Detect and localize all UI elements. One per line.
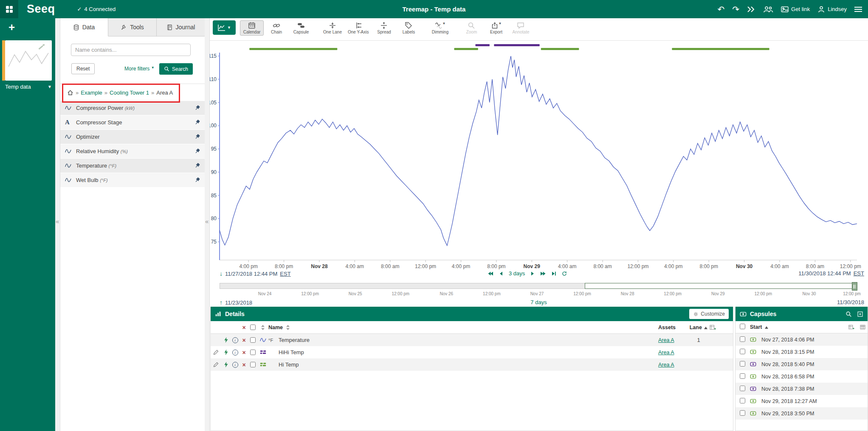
select-all-checkbox[interactable] xyxy=(250,325,256,330)
toolbar-dimming-button[interactable]: ▼ Dimming xyxy=(428,20,452,36)
row-checkbox[interactable] xyxy=(250,362,256,367)
asset-link[interactable]: Area A xyxy=(658,337,674,343)
autoscale-icon[interactable] xyxy=(222,361,231,368)
pin-icon[interactable] xyxy=(194,105,200,111)
name-column-header[interactable]: Name xyxy=(268,325,658,330)
step-forward-fast-icon[interactable] xyxy=(540,271,546,276)
tab-data[interactable]: Data xyxy=(60,18,108,36)
row-checkbox[interactable] xyxy=(740,361,745,367)
collapse-panel-handle[interactable]: « xyxy=(205,218,209,225)
customize-button[interactable]: Customize xyxy=(689,309,729,319)
redo-icon[interactable]: ↷ xyxy=(732,5,739,14)
collapse-sidebar-handle[interactable]: « xyxy=(56,218,59,225)
toolbar-spread-button[interactable]: Spread xyxy=(372,20,396,36)
toolbar-calendar-button[interactable]: Calendar xyxy=(240,20,264,36)
table-options-icon[interactable] xyxy=(860,324,866,330)
pin-icon[interactable] xyxy=(194,148,200,154)
timezone-link[interactable]: EST xyxy=(280,271,290,277)
sort-icon[interactable] xyxy=(261,325,265,330)
asset-link[interactable]: Area A xyxy=(658,350,674,355)
timeline-scrubber[interactable] xyxy=(220,283,857,289)
home-icon[interactable] xyxy=(67,90,73,96)
remove-all-icon[interactable]: × xyxy=(242,325,245,330)
pin-icon[interactable] xyxy=(194,162,200,169)
step-back-icon[interactable] xyxy=(498,271,504,276)
capsule-row[interactable]: Nov 27, 2018 4:06 PM xyxy=(736,333,868,346)
edit-icon[interactable] xyxy=(213,349,222,355)
info-icon[interactable]: i xyxy=(231,337,240,343)
remove-icon[interactable]: × xyxy=(240,350,248,355)
pin-icon[interactable] xyxy=(194,134,200,140)
row-checkbox[interactable] xyxy=(740,386,745,391)
row-checkbox[interactable] xyxy=(740,398,745,403)
pin-icon[interactable] xyxy=(194,119,200,126)
breadcrumb-example[interactable]: Example xyxy=(81,90,102,96)
autoscale-icon[interactable] xyxy=(222,337,231,343)
search-icon[interactable] xyxy=(845,311,852,317)
capsule-row[interactable]: Nov 28, 2018 3:15 PM xyxy=(736,346,868,358)
expand-panel-icon[interactable] xyxy=(857,311,863,317)
timeline-selection[interactable] xyxy=(585,283,857,289)
toolbar-export-button[interactable]: ▼ Export xyxy=(484,20,508,36)
edit-icon[interactable] xyxy=(213,361,222,368)
tab-journal[interactable]: Journal xyxy=(157,18,205,36)
remove-icon[interactable]: × xyxy=(240,337,248,343)
collaborators-icon[interactable] xyxy=(763,6,773,13)
asset-item[interactable]: Optimizer xyxy=(60,130,205,144)
range-start-arrow-icon[interactable]: ↓ xyxy=(220,270,223,277)
asset-item[interactable]: Wet Bulb (°F) xyxy=(60,173,205,187)
breadcrumb-cooling-tower-1[interactable]: Cooling Tower 1 xyxy=(110,90,149,96)
details-row[interactable]: i×°FTemperatureArea A1 xyxy=(211,334,733,346)
asset-item[interactable]: Temperature (°F) xyxy=(60,159,205,173)
asset-item[interactable]: Compressor Power (kW) xyxy=(60,101,205,115)
timeline-resize-handle[interactable] xyxy=(852,282,857,291)
window-duration-label[interactable]: 7 days xyxy=(530,299,547,305)
pin-icon[interactable] xyxy=(194,177,200,183)
new-worksheet-button[interactable]: + xyxy=(8,21,15,34)
select-all-checkbox[interactable] xyxy=(740,324,745,329)
row-checkbox[interactable] xyxy=(740,349,745,354)
lane-column-header[interactable]: Lane xyxy=(688,325,709,330)
row-checkbox[interactable] xyxy=(740,373,745,379)
tab-tools[interactable]: Tools xyxy=(108,18,157,36)
row-checkbox[interactable] xyxy=(740,336,745,342)
capsule-row[interactable]: Nov 29, 2018 3:50 PM xyxy=(736,407,868,420)
capsule-row[interactable]: Nov 28, 2018 5:40 PM xyxy=(736,358,868,370)
details-row[interactable]: i×HiHi TempArea A xyxy=(211,346,733,358)
step-back-fast-icon[interactable] xyxy=(488,271,493,276)
search-input[interactable] xyxy=(71,44,191,56)
timezone-link[interactable]: EST xyxy=(854,270,864,277)
refresh-icon[interactable] xyxy=(561,271,567,276)
add-column-icon[interactable] xyxy=(709,324,716,331)
trend-chart[interactable]: 4:00 pm8:00 pmNov 284:00 am8:00 am12:00 … xyxy=(209,38,868,269)
row-checkbox[interactable] xyxy=(250,350,256,355)
sort-icon[interactable] xyxy=(286,325,290,330)
toolbar-one-lane-button[interactable]: One Lane xyxy=(321,20,344,36)
step-to-end-icon[interactable] xyxy=(551,271,557,276)
reset-button[interactable]: Reset xyxy=(71,63,95,74)
capsule-row[interactable]: Nov 28, 2018 7:38 PM xyxy=(736,383,868,395)
remove-icon[interactable]: × xyxy=(240,362,248,368)
worksheet-chevron-down-icon[interactable]: ▼ xyxy=(48,84,52,89)
toolbar-capsule-button[interactable]: Capsule xyxy=(289,20,313,36)
add-column-icon[interactable] xyxy=(848,324,854,330)
capsule-row[interactable]: Nov 29, 2018 12:27 AM xyxy=(736,395,868,407)
apps-grid-button[interactable] xyxy=(0,0,18,18)
row-checkbox[interactable] xyxy=(740,410,745,416)
asset-item[interactable]: Relative Humidity (%) xyxy=(60,144,205,158)
range-duration-label[interactable]: 3 days xyxy=(509,270,525,277)
search-button[interactable]: Search xyxy=(159,63,193,75)
view-mode-trend-button[interactable]: ▼ xyxy=(213,20,236,35)
step-forward-icon[interactable] xyxy=(530,271,535,276)
row-checkbox[interactable] xyxy=(250,337,256,343)
asset-link[interactable]: Area A xyxy=(658,362,674,368)
user-menu[interactable]: Lindsey xyxy=(817,6,847,13)
autoscale-icon[interactable] xyxy=(222,349,231,355)
worksheet-thumbnail[interactable] xyxy=(5,40,52,81)
undo-icon[interactable]: ↶ xyxy=(718,5,725,14)
capsule-row[interactable]: Nov 28, 2018 6:58 PM xyxy=(736,370,868,383)
get-link-button[interactable]: Get link xyxy=(781,6,810,12)
toolbar-labels-button[interactable]: Labels xyxy=(397,20,420,36)
toolbar-one-y-axis-button[interactable]: One Y-Axis xyxy=(345,20,371,36)
info-icon[interactable]: i xyxy=(231,350,240,355)
